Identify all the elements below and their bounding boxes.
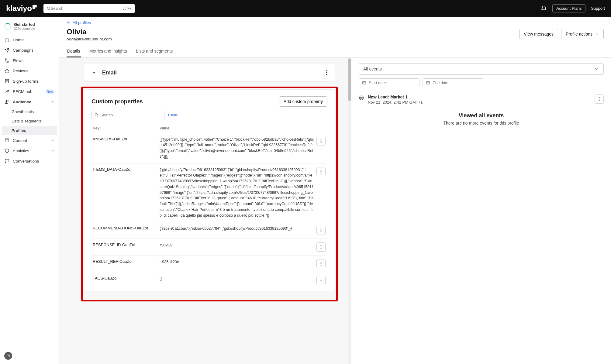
send-icon (4, 47, 10, 53)
main: All profiles Olivia olivia@revenuehunt.c… (59, 17, 611, 364)
sidebar-item-campaigns[interactable]: Campaigns (0, 45, 59, 55)
sidebar-item-reviews[interactable]: Reviews (0, 66, 59, 76)
logo-flag-icon (33, 5, 37, 9)
sidebar-item-content[interactable]: Content (0, 135, 59, 146)
event-title: New Lead: Market 1 (368, 94, 423, 99)
content-icon (4, 138, 10, 143)
events-footer-title: Viewed all events (359, 112, 604, 119)
properties-search[interactable] (91, 111, 164, 119)
events-footer: Viewed all events There are no more even… (359, 112, 604, 125)
property-key: RESPONSE_ID-OauZoI (91, 239, 158, 256)
events-filter-select[interactable]: All events (359, 63, 604, 75)
sidebar: Get started 22% complete Home Campaigns … (0, 17, 59, 364)
property-row: RECOMMENDATIONS-OauZoI {"rsbs-9ca1c5ac":… (91, 222, 327, 239)
calendar-icon (362, 81, 366, 85)
sidebar-item-bfcm[interactable]: BFCM hub New (0, 86, 59, 97)
chat-icon (4, 158, 10, 164)
custom-properties-card: Custom properties Add custom property Cl… (84, 89, 335, 292)
highlight-annotation: Custom properties Add custom property Cl… (81, 87, 338, 302)
user-avatar[interactable]: PI (4, 352, 12, 360)
support-link[interactable]: Support (591, 6, 605, 11)
property-key: TAGS-OauZoI (91, 272, 158, 289)
target-icon (359, 95, 364, 101)
clear-search-link[interactable]: Clear (168, 113, 178, 117)
svg-point-28 (321, 245, 322, 246)
property-menu-button[interactable] (316, 276, 326, 285)
tab-lists[interactable]: Lists and segments (136, 46, 174, 57)
search-input[interactable] (51, 6, 123, 11)
property-value: [{"type":"multiple_choice","value":"Choi… (160, 137, 314, 160)
property-row: ITEMS_DATA-OauZoI {"gid://shopify/Produc… (91, 163, 327, 222)
svg-point-29 (321, 247, 322, 248)
add-custom-property-button[interactable]: Add custom property (279, 96, 327, 107)
back-to-profiles-link[interactable]: All profiles (67, 20, 91, 25)
profile-actions-button[interactable]: Profile actions (561, 29, 604, 39)
property-menu-button[interactable] (316, 137, 326, 146)
profile-email: olivia@revenuehunt.com (67, 37, 112, 41)
sidebar-item-lists-segments[interactable]: Lists & segments (0, 116, 59, 126)
property-value: r-936b123e (160, 259, 314, 265)
scrollbar[interactable] (348, 58, 351, 364)
event-menu-button[interactable] (595, 94, 604, 104)
notifications-icon[interactable] (541, 5, 547, 12)
svg-point-23 (321, 171, 322, 172)
sidebar-item-flows[interactable]: Flows (0, 55, 59, 66)
global-search[interactable]: ctrl+k (43, 4, 135, 13)
brand-logo: klaviyo (6, 4, 37, 13)
sidebar-item-growth-tools[interactable]: Growth tools (0, 107, 59, 116)
col-header-key: Key (91, 123, 158, 133)
svg-point-0 (47, 7, 50, 9)
sidebar-item-home[interactable]: Home (0, 35, 59, 45)
tab-details[interactable]: Details (67, 46, 81, 57)
property-value: YXIvOv (160, 242, 314, 248)
property-key: RECOMMENDATIONS-OauZoI (91, 222, 158, 239)
svg-point-16 (326, 74, 327, 75)
property-menu-button[interactable] (316, 167, 326, 176)
form-icon (4, 78, 10, 84)
sidebar-item-audience[interactable]: Audience (0, 97, 59, 107)
event-item[interactable]: New Lead: Market 1 Nov 21, 2024, 2:42 PM… (359, 93, 604, 110)
view-messages-button[interactable]: View messages (519, 29, 558, 39)
sidebar-item-conversations[interactable]: Conversations (0, 156, 59, 166)
svg-point-3 (8, 61, 9, 62)
svg-point-26 (321, 230, 322, 231)
sidebar-item-profiles[interactable]: Profiles (2, 126, 57, 135)
chevron-down-icon (595, 32, 599, 36)
scrollbar-thumb[interactable] (348, 58, 351, 101)
property-value: [] (160, 276, 314, 282)
svg-rect-41 (426, 81, 430, 84)
getstarted-title: Get started (14, 22, 35, 27)
svg-point-8 (5, 100, 7, 102)
end-date-input[interactable]: End date (423, 78, 483, 87)
svg-point-21 (321, 142, 322, 143)
sidebar-get-started[interactable]: Get started 22% complete (0, 20, 59, 35)
svg-point-22 (321, 170, 322, 170)
chevron-down-icon (594, 67, 599, 71)
property-row: ANSWERS-OauZoI [{"type":"multiple_choice… (91, 133, 327, 163)
property-menu-button[interactable] (316, 259, 326, 268)
property-value: {"gid://shopify/Product/9616338125093":{… (160, 167, 314, 218)
star-icon (4, 68, 10, 74)
property-row: TAGS-OauZoI [] (91, 272, 327, 289)
property-row: RESPONSE_ID-OauZoI YXIvOv (91, 239, 327, 256)
email-card-menu[interactable] (326, 70, 328, 75)
sidebar-item-signup-forms[interactable]: Sign-up forms (0, 76, 59, 86)
arrow-left-icon (67, 21, 71, 25)
tab-metrics[interactable]: Metrics and insights (89, 46, 128, 57)
chevron-down-icon[interactable] (91, 70, 97, 75)
account-plans-button[interactable]: Account Plans (552, 4, 585, 12)
property-menu-button[interactable] (316, 226, 326, 235)
flows-icon (4, 58, 10, 63)
new-badge: New (45, 89, 55, 94)
properties-search-input[interactable] (100, 113, 162, 117)
email-card-title: Email (102, 70, 117, 76)
svg-point-50 (599, 100, 600, 101)
col-header-value: Value (158, 123, 315, 133)
property-menu-button[interactable] (316, 242, 326, 252)
svg-rect-37 (363, 81, 366, 84)
start-date-input[interactable]: Start date (359, 78, 419, 87)
svg-point-15 (326, 72, 327, 73)
svg-point-19 (321, 139, 322, 140)
sidebar-item-analytics[interactable]: Analytics (0, 146, 59, 156)
property-row: RESULT_REF-OauZoI r-936b123e (91, 256, 327, 272)
